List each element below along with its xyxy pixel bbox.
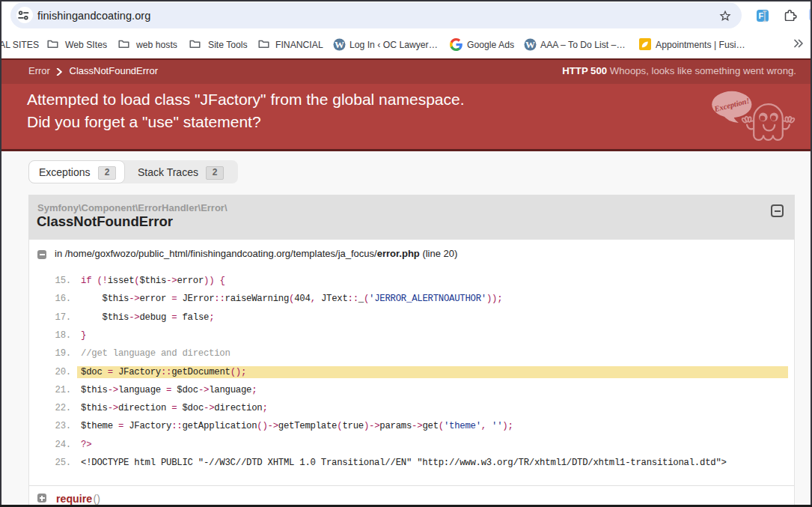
- svg-text:W: W: [335, 39, 344, 50]
- svg-text:W: W: [525, 39, 535, 50]
